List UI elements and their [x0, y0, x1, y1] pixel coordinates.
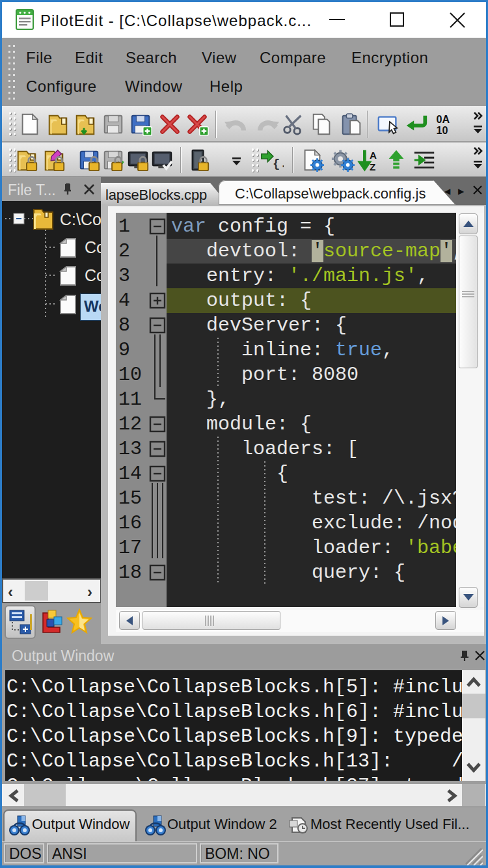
svg-text:A: A — [370, 150, 377, 161]
svg-text:0A: 0A — [437, 113, 450, 125]
svg-text:Z: Z — [370, 161, 375, 172]
svg-text:10: 10 — [437, 124, 448, 136]
svg-text:{..}: {..} — [273, 157, 284, 171]
